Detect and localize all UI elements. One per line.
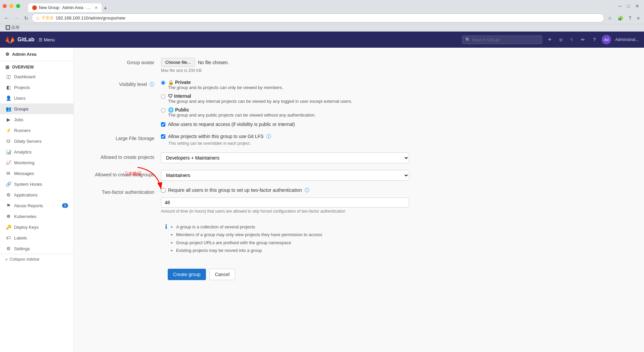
avatar-helper-text: Max file size is 200 KB. xyxy=(161,68,409,73)
refresh-button[interactable]: ↻ xyxy=(23,15,30,21)
choose-file-button[interactable]: Choose file... xyxy=(161,58,195,67)
minimize-button[interactable]: ─ xyxy=(616,3,624,9)
monitoring-icon: 📈 xyxy=(5,160,11,165)
sidebar-item-dashboard[interactable]: ◫ Dashboard xyxy=(0,71,73,82)
extensions-button[interactable]: 🧩 xyxy=(616,15,625,21)
bookmark-button[interactable]: ☆ xyxy=(606,15,614,21)
sidebar-item-runners[interactable]: ⚡ Runners xyxy=(0,125,73,136)
sidebar-item-deploy-keys[interactable]: 🔑 Deploy Keys xyxy=(0,222,73,232)
maximize-button[interactable]: □ xyxy=(625,3,632,9)
2fa-help-icon[interactable]: ⓘ xyxy=(305,187,309,193)
apps-bookmark[interactable]: 🔲 应用 xyxy=(5,25,19,31)
close-window-button[interactable]: ✕ xyxy=(633,3,641,9)
visibility-content: 🔒 Private The group and its projects can… xyxy=(161,80,409,127)
sidebar-item-projects[interactable]: ◧ Projects xyxy=(0,82,73,93)
sidebar-item-abuse-reports[interactable]: ⚑ Abuse Reports 0 xyxy=(0,200,73,211)
translate-button[interactable]: T xyxy=(627,15,633,21)
back-button[interactable]: ← xyxy=(3,14,11,22)
navbar-issues-button[interactable]: ⎊ xyxy=(557,36,564,44)
form-row-2fa: Two-factor authentication Require all us… xyxy=(87,187,409,259)
collapse-sidebar-button[interactable]: « Collapse sidebar xyxy=(0,254,73,264)
gitlab-logo[interactable]: GitLab xyxy=(5,35,35,44)
gitlab-text: GitLab xyxy=(17,37,35,43)
visibility-internal-radio[interactable] xyxy=(161,94,165,99)
sidebar-item-jobs[interactable]: ▶ Jobs xyxy=(0,114,73,125)
dashboard-label: Dashboard xyxy=(14,74,36,79)
info-item-2: Members of a group may only view project… xyxy=(176,231,322,238)
users-icon: 👤 xyxy=(5,95,11,101)
2fa-label: Two-factor authentication xyxy=(87,187,161,259)
navbar-merge-requests-button[interactable]: ⑂ xyxy=(568,36,575,44)
visibility-public-option: 🌐 Public The group and any public projec… xyxy=(161,107,409,118)
system-hooks-label: System Hooks xyxy=(14,182,42,187)
sidebar-item-groups[interactable]: 👥 Groups xyxy=(0,103,73,114)
lfs-help-icon[interactable]: ⓘ xyxy=(266,134,271,139)
admin-label: Administrat... xyxy=(615,37,639,42)
allow-access-checkbox[interactable] xyxy=(161,122,165,127)
visibility-radio-group: 🔒 Private The group and its projects can… xyxy=(161,80,409,118)
allow-lfs-checkbox[interactable] xyxy=(161,134,165,139)
allow-lfs-label: Allow projects within this group to use … xyxy=(168,134,271,140)
system-hooks-icon: 🔗 xyxy=(5,181,11,187)
info-box: ℹ A group is a collection of several pro… xyxy=(161,219,409,259)
annotation-container: Require all users in this group to set u… xyxy=(161,187,309,193)
cancel-button[interactable]: Cancel xyxy=(209,269,235,280)
visibility-public-radio[interactable] xyxy=(161,108,165,113)
create-subgroups-select[interactable]: No one Maintainers Owners and Developers… xyxy=(161,170,409,181)
monitoring-label: Monitoring xyxy=(14,160,35,165)
2fa-hours-input[interactable] xyxy=(161,197,409,208)
visibility-help-icon[interactable]: ⓘ xyxy=(150,82,154,87)
sidebar-item-settings[interactable]: ⚙ Settings xyxy=(0,243,73,254)
security-warning-icon: ⚠ xyxy=(36,16,40,20)
new-tab-button[interactable]: + xyxy=(102,5,109,12)
sidebar-item-system-hooks[interactable]: 🔗 System Hooks xyxy=(0,179,73,189)
form-buttons: Create group Cancel xyxy=(87,269,409,280)
require-2fa-checkbox[interactable] xyxy=(161,188,165,192)
search-icon: 🔍 xyxy=(465,37,471,42)
active-browser-tab[interactable]: New Group · Admin Area · Git... ✕ xyxy=(28,3,102,12)
deploy-keys-label: Deploy Keys xyxy=(14,225,39,230)
create-projects-select[interactable]: No one Maintainers Developers + Maintain… xyxy=(161,152,409,163)
shield-icon: 🛡 xyxy=(168,93,173,99)
visibility-label: Visibility level ⓘ xyxy=(87,80,161,127)
visibility-internal-option: 🛡 Internal The group and any internal pr… xyxy=(161,93,409,104)
navbar-help-button[interactable]: ? xyxy=(591,36,598,44)
visibility-private-option: 🔒 Private The group and its projects can… xyxy=(161,80,409,90)
visibility-private-radio[interactable] xyxy=(161,81,165,85)
messages-label: Messages xyxy=(14,171,34,176)
menu-button[interactable]: ☰ Menu xyxy=(39,37,55,42)
globe-icon: 🌐 xyxy=(168,107,174,113)
form-row-avatar: Group avatar Choose file... No file chos… xyxy=(87,58,409,73)
sidebar-item-monitoring[interactable]: 📈 Monitoring xyxy=(0,157,73,168)
jobs-label: Jobs xyxy=(14,117,23,122)
settings-icon: ⚙ xyxy=(5,246,11,251)
2fa-content: Require all users in this group to set u… xyxy=(161,187,409,259)
groups-icon: 👥 xyxy=(5,106,11,112)
navbar-avatar[interactable]: Ad xyxy=(602,35,611,44)
applications-label: Applications xyxy=(14,192,38,197)
messages-icon: ✉ xyxy=(5,171,11,176)
navbar-plus-button[interactable]: + xyxy=(546,35,554,45)
sidebar-item-gitaly-servers[interactable]: ⛁ Gitaly Servers xyxy=(0,136,73,146)
tab-close-button[interactable]: ✕ xyxy=(95,6,98,10)
sidebar: ⚙ Admin Area ⊞ Overview ◫ Dashboard ◧ Pr… xyxy=(0,48,74,352)
sidebar-item-applications[interactable]: ⚙ Applications xyxy=(0,189,73,200)
reader-mode-button[interactable]: ≡ xyxy=(635,15,641,21)
sidebar-item-labels[interactable]: 🏷 Labels xyxy=(0,232,73,243)
forward-button[interactable]: → xyxy=(13,14,21,22)
sidebar-item-users[interactable]: 👤 Users xyxy=(0,93,73,103)
create-group-button[interactable]: Create group xyxy=(168,269,206,280)
sidebar-item-messages[interactable]: ✉ Messages xyxy=(0,168,73,179)
create-projects-label: Allowed to create projects xyxy=(87,152,161,163)
sidebar-item-kubernetes[interactable]: ☸ Kubernetes xyxy=(0,211,73,222)
gitaly-icon: ⛁ xyxy=(5,138,11,144)
visibility-public-label: 🌐 Public The group and any public projec… xyxy=(168,107,316,118)
create-subgroups-content: No one Maintainers Owners and Developers… xyxy=(161,170,409,181)
sidebar-item-analytics[interactable]: 📊 Analytics xyxy=(0,146,73,157)
admin-area-icon: ⚙ xyxy=(5,52,9,57)
overview-section: ⊞ Overview xyxy=(0,61,73,71)
lfs-content: Allow projects within this group to use … xyxy=(161,134,409,146)
navbar-search-input[interactable] xyxy=(472,37,539,42)
settings-label: Settings xyxy=(14,246,30,251)
navbar-edit-button[interactable]: ✏ xyxy=(579,36,587,44)
